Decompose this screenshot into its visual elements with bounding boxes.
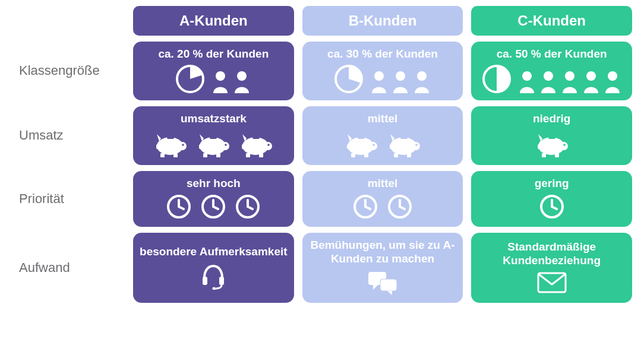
cell-prioritaet-b: mittel [302, 171, 463, 227]
svg-point-54 [563, 144, 566, 146]
cell-text: gering [535, 177, 569, 191]
envelope-icon [536, 271, 567, 294]
svg-rect-35 [351, 153, 355, 157]
pie-chart-icon [334, 65, 363, 93]
svg-line-60 [213, 207, 218, 209]
piggy-icons [533, 129, 570, 158]
cell-text: Standardmäßige Kundenbeziehung [476, 240, 627, 268]
svg-line-66 [365, 207, 370, 209]
cell-text: Bemühungen, um sie zu A-Kunden zu machen [307, 239, 459, 266]
svg-rect-36 [364, 153, 368, 157]
svg-point-51 [560, 142, 568, 150]
svg-rect-22 [216, 153, 220, 157]
cell-text: besondere Aufmerksamkeit [140, 245, 288, 259]
cell-klassengroesse-a: ca. 20 % der Kunden [133, 42, 294, 100]
cell-aufwand-a: besondere Aufmerksamkeit [133, 233, 294, 303]
svg-rect-73 [203, 277, 207, 285]
svg-point-1 [216, 71, 225, 81]
chat-icon [367, 270, 398, 296]
column-header-b: B-Kunden [302, 6, 463, 36]
svg-rect-15 [173, 153, 178, 157]
svg-rect-46 [400, 137, 408, 139]
svg-rect-14 [160, 153, 165, 157]
cell-prioritaet-a: sehr hoch [133, 171, 294, 227]
svg-point-37 [369, 142, 377, 150]
svg-point-12 [608, 71, 617, 81]
svg-point-6 [417, 71, 427, 81]
svg-line-57 [179, 207, 184, 209]
row-label-umsatz: Umsatz [12, 106, 125, 165]
svg-line-63 [248, 207, 252, 209]
svg-point-5 [396, 71, 405, 81]
clock-icons [166, 194, 261, 220]
column-header-a: A-Kunden [133, 6, 294, 36]
svg-rect-50 [555, 153, 559, 157]
people-icons [518, 69, 621, 93]
svg-rect-49 [542, 153, 546, 157]
clock-icons [352, 194, 413, 220]
row-label-klassengroesse: Klassengröße [12, 42, 125, 100]
cell-text: ca. 30 % der Kunden [327, 48, 438, 61]
people-icons [211, 69, 251, 93]
pie-chart-icon [176, 65, 204, 93]
cell-klassengroesse-b: ca. 30 % der Kunden [302, 42, 463, 100]
svg-point-16 [178, 142, 187, 150]
svg-point-33 [268, 144, 270, 146]
svg-rect-31 [242, 144, 244, 149]
cell-text: niedrig [533, 112, 570, 126]
svg-point-47 [415, 144, 418, 146]
svg-point-75 [213, 287, 216, 290]
cell-aufwand-c: Standardmäßige Kundenbeziehung [471, 233, 632, 303]
svg-point-2 [237, 71, 247, 81]
svg-point-19 [182, 144, 185, 146]
svg-rect-21 [203, 153, 207, 157]
piggy-icons [152, 129, 274, 158]
svg-line-72 [552, 207, 557, 209]
svg-rect-32 [252, 137, 260, 139]
svg-point-4 [374, 71, 384, 81]
svg-rect-52 [538, 144, 540, 149]
cell-text: mittel [368, 112, 398, 126]
cell-text: ca. 50 % der Kunden [497, 48, 607, 61]
svg-line-69 [400, 207, 405, 209]
svg-point-9 [544, 71, 553, 81]
abc-analysis-table: A-Kunden B-Kunden C-Kunden Klassengröße … [12, 6, 632, 303]
svg-rect-18 [167, 137, 174, 139]
cell-text: ca. 20 % der Kunden [158, 48, 269, 61]
cell-text: umsatzstark [181, 112, 247, 126]
svg-point-40 [372, 144, 375, 146]
row-label-aufwand: Aufwand [12, 233, 125, 303]
row-label-prioritaet: Priorität [12, 171, 125, 227]
svg-rect-42 [394, 153, 398, 157]
svg-rect-77 [380, 279, 397, 291]
cell-umsatz-c: niedrig [471, 106, 632, 165]
svg-point-26 [225, 144, 228, 146]
svg-rect-29 [259, 153, 263, 157]
column-header-c: C-Kunden [471, 6, 632, 36]
svg-rect-43 [407, 153, 411, 157]
cell-umsatz-b: mittel [302, 106, 463, 165]
headset-icon [200, 262, 227, 290]
svg-rect-45 [390, 144, 392, 149]
svg-point-8 [522, 71, 532, 81]
svg-point-44 [412, 142, 420, 150]
pie-chart-icon [482, 65, 511, 93]
cell-text: mittel [368, 177, 398, 191]
svg-point-30 [264, 142, 272, 150]
cell-text: sehr hoch [187, 177, 241, 191]
svg-rect-38 [347, 144, 349, 149]
piggy-icons [343, 129, 422, 158]
cell-klassengroesse-c: ca. 50 % der Kunden [471, 42, 632, 100]
cell-aufwand-b: Bemühungen, um sie zu A-Kunden zu machen [302, 233, 463, 303]
people-icons [370, 69, 431, 93]
cell-prioritaet-c: gering [471, 171, 632, 227]
svg-point-11 [586, 71, 596, 81]
svg-rect-25 [210, 137, 217, 139]
clock-icons [539, 194, 565, 220]
svg-rect-53 [548, 137, 555, 139]
cell-umsatz-a: umsatzstark [133, 106, 294, 165]
svg-point-10 [565, 71, 574, 81]
svg-rect-17 [156, 144, 159, 149]
svg-rect-24 [199, 144, 201, 149]
svg-rect-39 [358, 137, 365, 139]
